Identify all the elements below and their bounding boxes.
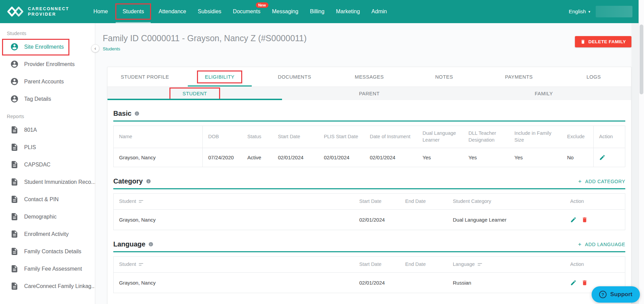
sidebar: Students Site Enrollments Provider Enrol… bbox=[0, 23, 95, 304]
nav-documents[interactable]: DocumentsNew bbox=[227, 0, 266, 23]
subtab-parent[interactable]: PARENT bbox=[282, 87, 457, 100]
tab-messages[interactable]: MESSAGES bbox=[332, 67, 407, 86]
nav-subsidies[interactable]: Subsidies bbox=[192, 0, 227, 23]
info-icon[interactable] bbox=[146, 179, 151, 184]
sidebar-item-enrollment-activity[interactable]: Enrollment Activity bbox=[0, 225, 95, 243]
subtab-family[interactable]: FAMILY bbox=[457, 87, 631, 100]
page-title: Family ID C0000011 - Grayson, Nancy Z (#… bbox=[103, 33, 631, 43]
category-table: Student Start Date End Date Student Cate… bbox=[113, 193, 625, 230]
sidebar-section-reports: Reports bbox=[0, 108, 95, 121]
sidebar-item-801a[interactable]: 801A bbox=[0, 121, 95, 139]
basic-table-row: Grayson, Nancy 07/24/2020 Active 02/01/2… bbox=[114, 148, 625, 167]
main-content: ‹ Family ID C0000011 - Grayson, Nancy Z … bbox=[95, 23, 631, 304]
category-table-row: Grayson, Nancy 02/01/2024 Dual Language … bbox=[114, 209, 625, 230]
tab-bar: STUDENT PROFILE ELIGIBILITY DOCUMENTS ME… bbox=[108, 67, 631, 86]
document-icon bbox=[10, 265, 19, 273]
category-section-header: Category + ADD CATEGORY bbox=[113, 177, 625, 185]
add-category-button[interactable]: + ADD CATEGORY bbox=[578, 178, 625, 185]
category-table-header: Student Start Date End Date Student Cate… bbox=[114, 194, 625, 209]
document-icon bbox=[10, 247, 19, 256]
sidebar-item-family-contacts-details[interactable]: Family Contacts Details bbox=[0, 243, 95, 260]
info-icon[interactable] bbox=[148, 242, 153, 247]
basic-table: Name DOB Status Start Date PLIS Start Da… bbox=[113, 126, 625, 167]
chevron-left-icon: ‹ bbox=[95, 45, 96, 51]
sidebar-section-students: Students bbox=[0, 25, 95, 38]
sidebar-collapse-button[interactable]: ‹ bbox=[91, 44, 99, 52]
edit-icon[interactable] bbox=[599, 154, 606, 161]
document-icon bbox=[10, 126, 19, 134]
delete-family-button[interactable]: DELETE FAMILY bbox=[575, 36, 631, 47]
person-icon bbox=[10, 43, 19, 51]
subtab-student[interactable]: STUDENT bbox=[108, 87, 282, 100]
sidebar-item-parent-accounts[interactable]: Parent Accounts bbox=[0, 73, 95, 90]
tab-logs[interactable]: LOGS bbox=[556, 67, 631, 86]
language-selector[interactable]: English ▾ bbox=[569, 9, 590, 15]
language-table-row: Grayson, Nancy 02/01/2024 Russian bbox=[114, 272, 625, 293]
app-root: CARECONNECT PROVIDER Home Students Atten… bbox=[0, 0, 644, 304]
tab-payments[interactable]: PAYMENTS bbox=[481, 67, 556, 86]
basic-table-header: Name DOB Status Start Date PLIS Start Da… bbox=[114, 126, 625, 148]
delete-icon[interactable] bbox=[581, 279, 588, 286]
sidebar-item-family-fee-assessment[interactable]: Family Fee Assessment bbox=[0, 260, 95, 277]
person-icon bbox=[10, 95, 19, 103]
sidebar-item-plis[interactable]: PLIS bbox=[0, 139, 95, 156]
active-subtab-indicator bbox=[108, 99, 282, 100]
sidebar-item-careconnect-family-linkage[interactable]: CareConnect Family Linkag... bbox=[0, 277, 95, 295]
sidebar-item-tag-details[interactable]: Tag Details bbox=[0, 90, 95, 108]
highlight-box-student: STUDENT bbox=[169, 87, 220, 100]
nav-students[interactable]: Students bbox=[114, 0, 153, 23]
sidebar-item-demographic[interactable]: Demographic bbox=[0, 208, 95, 225]
plus-icon: + bbox=[578, 241, 582, 248]
plus-icon: + bbox=[578, 178, 582, 185]
nav-admin[interactable]: Admin bbox=[366, 0, 393, 23]
nav-billing[interactable]: Billing bbox=[304, 0, 330, 23]
eligibility-content: Basic Name DOB Status Start Date PLIS St… bbox=[108, 100, 631, 304]
document-icon bbox=[10, 178, 19, 186]
sidebar-item-contact-pin[interactable]: Contact & PIN bbox=[0, 191, 95, 208]
breadcrumb[interactable]: Students bbox=[103, 46, 120, 51]
body-row: Students Site Enrollments Provider Enrol… bbox=[0, 23, 639, 304]
sort-icon[interactable] bbox=[478, 263, 482, 266]
edit-icon[interactable] bbox=[570, 279, 577, 286]
document-icon bbox=[10, 195, 19, 204]
language-table: Student Start Date End Date Language Act… bbox=[113, 256, 625, 293]
question-icon: ? bbox=[599, 291, 607, 298]
add-language-button[interactable]: + ADD LANGUAGE bbox=[578, 241, 625, 248]
user-menu-redacted[interactable] bbox=[596, 6, 632, 17]
nav-attendance[interactable]: Attendance bbox=[153, 0, 192, 23]
delete-icon[interactable] bbox=[581, 217, 588, 223]
tab-documents[interactable]: DOCUMENTS bbox=[257, 67, 332, 86]
language-section-header: Language + ADD LANGUAGE bbox=[113, 240, 625, 248]
sort-icon[interactable] bbox=[139, 263, 144, 266]
sort-icon[interactable] bbox=[139, 200, 144, 203]
section-divider bbox=[113, 121, 625, 122]
vertical-scrollbar[interactable] bbox=[639, 0, 644, 304]
sidebar-item-site-enrollments[interactable]: Site Enrollments bbox=[0, 38, 95, 55]
navbar-right: English ▾ bbox=[569, 6, 632, 17]
tab-notes[interactable]: NOTES bbox=[407, 67, 481, 86]
language-table-header: Student Start Date End Date Language Act… bbox=[114, 257, 625, 272]
brand-text: CARECONNECT PROVIDER bbox=[28, 6, 69, 17]
scrollbar-thumb[interactable] bbox=[640, 25, 643, 94]
nav-marketing[interactable]: Marketing bbox=[330, 0, 366, 23]
caret-down-icon: ▾ bbox=[588, 10, 590, 14]
sidebar-item-student-immunization[interactable]: Student Immunization Reco... bbox=[0, 173, 95, 191]
info-icon[interactable] bbox=[134, 111, 139, 116]
tab-eligibility[interactable]: ELIGIBILITY bbox=[182, 67, 257, 86]
nav-messaging[interactable]: Messaging bbox=[266, 0, 304, 23]
tab-student-profile[interactable]: STUDENT PROFILE bbox=[108, 67, 182, 86]
sidebar-item-capsdac[interactable]: CAPSDAC bbox=[0, 156, 95, 173]
highlight-box-students: Students bbox=[115, 3, 151, 20]
document-icon bbox=[10, 282, 19, 290]
sidebar-item-provider-enrollments[interactable]: Provider Enrollments bbox=[0, 55, 95, 73]
nav-home[interactable]: Home bbox=[87, 0, 114, 23]
category-section-title: Category bbox=[113, 177, 143, 185]
edit-icon[interactable] bbox=[570, 217, 577, 223]
subtab-bar: STUDENT PARENT FAMILY bbox=[108, 86, 631, 100]
person-icon bbox=[10, 60, 19, 68]
basic-section-header: Basic bbox=[113, 110, 625, 117]
support-button[interactable]: ? Support bbox=[592, 286, 640, 303]
brand-logo[interactable]: CARECONNECT PROVIDER bbox=[7, 6, 69, 17]
person-icon bbox=[10, 77, 19, 86]
page-header: Family ID C0000011 - Grayson, Nancy Z (#… bbox=[95, 23, 631, 67]
